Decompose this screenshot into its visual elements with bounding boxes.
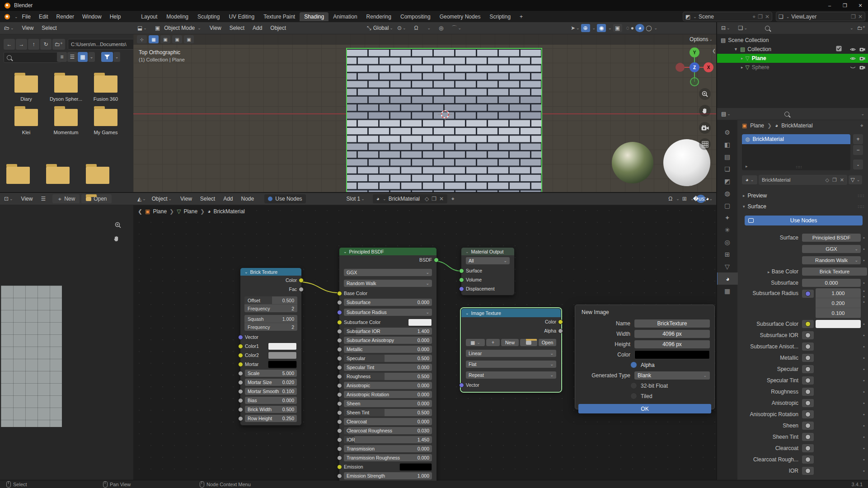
- properties-tab[interactable]: ▢: [717, 199, 737, 211]
- dropdown[interactable]: Repeat: [466, 371, 556, 379]
- display-mode-icon[interactable]: ❏⌄: [734, 25, 751, 31]
- folder-item[interactable]: My Games: [86, 109, 126, 135]
- pan-hand-icon[interactable]: [111, 233, 122, 244]
- input-widget[interactable]: Metallic 0.000: [344, 346, 432, 353]
- color-swatch[interactable]: [634, 350, 710, 359]
- folder-icon[interactable]: [520, 339, 537, 346]
- animate-decorator[interactable]: •: [861, 400, 867, 406]
- input-socket[interactable]: [459, 383, 464, 388]
- output-socket[interactable]: [299, 287, 304, 292]
- color-swatch[interactable]: [408, 319, 432, 326]
- folder-icon[interactable]: [6, 167, 30, 184]
- selectability-dropdown[interactable]: ➤⌄: [571, 25, 580, 31]
- close-button[interactable]: ✕: [853, 0, 868, 11]
- node-image-texture[interactable]: ⌄Image Texture Color Alpha ▦⌄ ＋: [461, 308, 561, 392]
- editor-type-icon[interactable]: ⊡⌄: [0, 196, 17, 202]
- shading-preview-icon[interactable]: �us;◕: [696, 195, 705, 203]
- input-socket[interactable]: [337, 320, 342, 325]
- socket-button[interactable]: [802, 455, 814, 464]
- animate-decorator[interactable]: •: [861, 355, 867, 361]
- animate-decorator[interactable]: •: [861, 280, 867, 286]
- workspace-tab[interactable]: Animation: [328, 12, 361, 21]
- animate-decorator[interactable]: •: [861, 378, 867, 383]
- input-widget[interactable]: Brick Width 0.500: [245, 406, 297, 413]
- hide-toggle-closed-icon[interactable]: [850, 66, 856, 70]
- scene-selector[interactable]: ◩⌄ Scene ⌖ ❐ ✕: [683, 12, 772, 21]
- socket-button[interactable]: [802, 399, 814, 407]
- copy-icon[interactable]: ❐: [851, 14, 856, 20]
- expander-icon[interactable]: ▼: [734, 47, 738, 52]
- use-nodes-checkbox[interactable]: Use Nodes: [264, 194, 305, 203]
- input-widget[interactable]: Subsurface Radius: [344, 309, 432, 316]
- property-value-widget[interactable]: [816, 320, 861, 328]
- menu-item[interactable]: Edit: [35, 14, 52, 20]
- outliner-row[interactable]: ▸ ▽ Plane: [717, 54, 868, 63]
- new-image-icon-button[interactable]: ＋: [486, 339, 500, 346]
- unpin-icon[interactable]: ⌖: [752, 14, 755, 20]
- tweak-tool-button[interactable]: ⊹: [137, 35, 147, 43]
- input-socket[interactable]: [337, 474, 342, 479]
- material-browse-dropdown[interactable]: ◕⌄: [742, 175, 757, 184]
- input-widget[interactable]: Mortar Smooth 0.100: [245, 388, 297, 395]
- add-slot-button[interactable]: +: [853, 134, 863, 144]
- input-widget[interactable]: Transmission Roughness 0.000: [344, 454, 432, 461]
- input-socket[interactable]: [337, 291, 342, 296]
- input-socket[interactable]: [238, 371, 243, 376]
- input-widget[interactable]: Emission Strength 1.000: [344, 472, 432, 479]
- width-field[interactable]: 4096 px: [634, 330, 710, 338]
- shader-menu-item[interactable]: View: [176, 196, 196, 202]
- ok-button[interactable]: OK: [578, 404, 711, 413]
- property-value-widget[interactable]: Brick Texture: [802, 267, 867, 276]
- folder-icon[interactable]: [86, 167, 109, 184]
- socket-button[interactable]: [802, 320, 814, 328]
- gizmo-axis-x-negative[interactable]: [676, 63, 685, 72]
- color-swatch[interactable]: [268, 352, 297, 359]
- folder-item[interactable]: Dyson Spher...: [46, 75, 86, 102]
- folder-item[interactable]: Momentum: [46, 109, 86, 135]
- fake-user-shield-icon[interactable]: ◇: [425, 196, 429, 202]
- expander-icon[interactable]: ▸: [741, 65, 743, 70]
- shading-rendered-icon[interactable]: ◯: [646, 25, 652, 31]
- menu-item[interactable]: Help: [106, 14, 125, 20]
- path-field[interactable]: C:\Users\m...Documents\: [68, 39, 134, 50]
- node-param-row[interactable]: Frequency 2: [244, 323, 297, 331]
- viewport-3d[interactable]: ⬓⌄ ▣ Object Mode ⌄ ViewSelectAddObject ⤡…: [133, 22, 716, 192]
- blender-menu-icon[interactable]: [5, 14, 10, 19]
- new-image-button[interactable]: New: [501, 339, 519, 346]
- preview-section-header[interactable]: ▸ Preview ∷∷: [737, 190, 868, 201]
- render-visibility-icon[interactable]: [859, 47, 865, 52]
- breadcrumb-object[interactable]: Plane: [750, 122, 764, 129]
- zoom-tool-icon[interactable]: [112, 219, 124, 231]
- float32-checkbox[interactable]: [630, 382, 637, 389]
- input-socket[interactable]: [337, 410, 342, 415]
- socket-button[interactable]: [802, 422, 814, 430]
- property-value-widget[interactable]: GGX: [802, 245, 861, 253]
- input-socket[interactable]: [337, 446, 342, 451]
- editor-type-icon[interactable]: ▤⌄: [717, 111, 735, 117]
- animate-decorator[interactable]: •: [861, 423, 867, 428]
- node-principled-bsdf[interactable]: ⌄Principled BSDF BSDF GGX: [339, 247, 437, 481]
- animate-decorator[interactable]: •: [861, 235, 867, 240]
- animate-decorator[interactable]: •: [861, 446, 867, 451]
- shader-menu-item[interactable]: Node: [237, 196, 258, 202]
- properties-tab[interactable]: ▦: [717, 285, 737, 297]
- input-socket[interactable]: [337, 419, 342, 424]
- input-widget[interactable]: Row Height 0.250: [245, 415, 297, 422]
- input-widget[interactable]: Random Walk: [344, 280, 432, 287]
- horizontal-list-button[interactable]: ☰: [67, 52, 77, 62]
- hide-toggle-icon[interactable]: [850, 47, 856, 52]
- socket-button[interactable]: [802, 343, 814, 351]
- input-socket[interactable]: [238, 398, 243, 403]
- options-dropdown[interactable]: ⌄: [861, 112, 864, 116]
- outliner-row-scene-collection[interactable]: ▤ Scene Collection: [717, 36, 868, 45]
- transform-orientation-dropdown[interactable]: Global: [373, 25, 389, 31]
- workspace-tab[interactable]: Sculpting: [193, 12, 224, 21]
- copy-icon[interactable]: ❐: [432, 196, 436, 202]
- select-mode-extend-button[interactable]: ▣: [160, 35, 170, 43]
- remove-icon[interactable]: ✕: [858, 14, 863, 20]
- open-image-button[interactable]: Open: [539, 339, 556, 346]
- folder-icon[interactable]: [46, 167, 70, 184]
- node-material-output[interactable]: ⌄Material Output All Surface Volume: [461, 247, 515, 296]
- hamburger-icon[interactable]: ☰: [37, 196, 50, 202]
- output-socket[interactable]: [299, 278, 304, 283]
